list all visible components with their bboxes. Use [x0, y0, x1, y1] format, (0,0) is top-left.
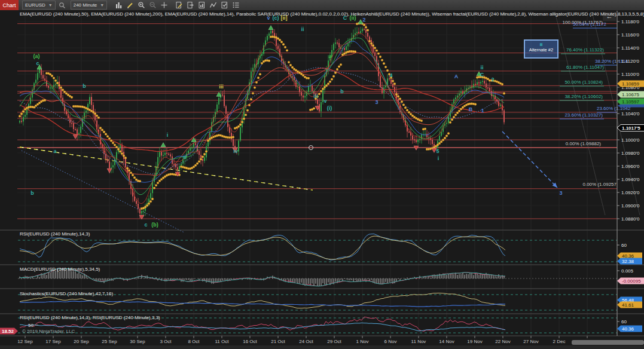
fractal-triangles	[37, 20, 481, 219]
svg-text:(a): (a)	[33, 53, 40, 59]
svg-text:60: 60	[621, 319, 627, 324]
alternate-wave-box[interactable]: ii Alternate #2	[524, 39, 558, 59]
x-axis-label: 30 Sep	[130, 339, 145, 344]
svg-text:23.60% (1.10327): 23.60% (1.10327)	[564, 112, 603, 118]
svg-text:b: b	[340, 88, 344, 94]
doc-edit-icon[interactable]	[175, 1, 184, 10]
svg-text:0.005: 0.005	[621, 268, 634, 274]
svg-text:ii: ii	[480, 65, 483, 71]
x-axis-label: 6 Nov	[384, 339, 397, 344]
x-axis-label: 12 Sep	[17, 339, 33, 344]
x-axis-label: 29 Oct	[327, 339, 341, 344]
ninjatrader-chart-window: { "window": {"tab": "Chart", "instrument…	[0, 0, 644, 349]
svg-text:1.1180'0: 1.1180'0	[621, 19, 639, 25]
x-axis-label: 21 Oct	[271, 339, 285, 344]
macd-histogram	[20, 268, 504, 286]
svg-text:(c): (c)	[273, 15, 279, 21]
svg-text:2: 2	[491, 76, 494, 82]
tab-chart[interactable]: Chart	[0, 0, 19, 10]
svg-text:76.40% (1.11322): 76.40% (1.11322)	[566, 47, 604, 53]
svg-text:v: v	[267, 15, 270, 21]
svg-text:1.1120'0: 1.1120'0	[621, 59, 639, 64]
svg-text:C: C	[480, 72, 484, 78]
svg-text:b: b	[30, 190, 34, 196]
svg-text:(i): (i)	[327, 105, 332, 111]
x-axis-label: 11 Oct	[215, 339, 230, 344]
svg-text:40.36: 40.36	[622, 326, 634, 332]
doc-check-icon[interactable]	[220, 1, 229, 10]
x-axis-label: 11 Nov	[411, 339, 426, 344]
zigzag-icon[interactable]	[209, 1, 218, 10]
svg-text:B: B	[469, 106, 473, 112]
svg-text:1: 1	[481, 108, 484, 114]
horizontal-scrollbar[interactable]	[572, 340, 644, 345]
x-axis-label: 24 Oct	[299, 339, 313, 344]
svg-text:50.00% (1.10824): 50.00% (1.10824)	[564, 79, 603, 85]
bar-chart-icon[interactable]	[114, 1, 123, 10]
x-axis-label: 27 Nov	[523, 339, 538, 344]
price-panel	[19, 20, 505, 219]
svg-text:-0.00095: -0.00095	[622, 278, 641, 284]
bottom-strip	[0, 345, 644, 349]
zoom-in-icon[interactable]	[137, 1, 146, 10]
x-axis-label: 14 Nov	[439, 339, 454, 344]
x-axis-label: 1 Nov	[356, 339, 369, 344]
x-axis-label: 25 Sep	[102, 339, 117, 344]
svg-text:c: c	[36, 60, 39, 66]
alternate-wave-label: ii	[525, 42, 557, 47]
svg-text:1.1100'0: 1.1100'0	[621, 72, 639, 77]
doc-chart-icon[interactable]	[197, 1, 206, 10]
x-axis-label: 2 Dec	[553, 339, 566, 344]
x-axis-label: 3 Oct	[160, 339, 172, 344]
interval-value: 240 Minute	[74, 2, 97, 8]
svg-text:c: c	[144, 222, 147, 228]
svg-text:1.1160'0: 1.1160'0	[621, 32, 639, 38]
wave-labels: (a)cbabiiiiviiiv(c)[ii]iiiiiv(i)abC(ii)2…	[30, 15, 562, 228]
svg-text:32.38: 32.38	[622, 259, 634, 264]
svg-text:1.10597: 1.10597	[622, 99, 639, 105]
svg-text:4: 4	[389, 72, 392, 78]
svg-text:18.52: 18.52	[2, 329, 14, 334]
svg-text:ii: ii	[301, 26, 304, 32]
x-axis[interactable]: 12 Sep17 Sep20 Sep25 Sep30 Sep3 Oct8 Oct…	[17, 336, 593, 344]
zoom-out-icon[interactable]	[148, 1, 157, 10]
doc-export-icon[interactable]	[186, 1, 195, 10]
svg-text:1.0960'0: 1.0960'0	[621, 164, 640, 169]
svg-text:0.00% (1.09882): 0.00% (1.09882)	[566, 141, 601, 146]
svg-text:[ii]: [ii]	[281, 15, 288, 21]
instrument-value: EURUSD	[25, 2, 45, 8]
toolbar: Chart EURUSD ▼ 240 Minute ▼	[0, 0, 644, 11]
x-axis-label: 8 Oct	[188, 339, 200, 344]
svg-text:38.20% (1.10602): 38.20% (1.10602)	[564, 94, 603, 99]
svg-text:iii: iii	[219, 84, 224, 90]
threshold-lines	[18, 240, 617, 333]
svg-text:(ii): (ii)	[350, 15, 356, 21]
interval-select[interactable]: 240 Minute ▼	[71, 1, 108, 10]
svg-text:b: b	[83, 83, 86, 89]
svg-text:1.0920'0: 1.0920'0	[621, 190, 640, 195]
pencil-icon[interactable]	[126, 1, 135, 10]
crosshair-icon[interactable]	[160, 1, 169, 10]
alternate-box-title: Alternate #2	[525, 47, 557, 53]
x-axis-label: 16 Oct	[243, 339, 257, 344]
svg-text:3: 3	[375, 99, 378, 105]
svg-text:A: A	[454, 74, 459, 79]
svg-text:5: 5	[436, 148, 439, 154]
back-arrow-icon[interactable]: ←	[603, 12, 616, 21]
search-icon[interactable]	[58, 1, 67, 10]
svg-text:ii: ii	[183, 154, 186, 160]
svg-text:C: C	[343, 15, 347, 21]
gridlines	[17, 10, 617, 336]
instrument-select[interactable]: EURUSD ▼	[22, 1, 56, 10]
svg-text:50.00% (1.1172: 50.00% (1.1172	[573, 22, 606, 27]
svg-text:2: 2	[362, 17, 365, 23]
list-icon[interactable]	[231, 1, 240, 10]
chart-canvas[interactable]: (a)cbabiiiiviiiv(c)[ii]iiiiiv(i)abC(ii)2…	[0, 10, 644, 349]
svg-text:60: 60	[621, 243, 627, 248]
svg-text:1.10859: 1.10859	[622, 81, 639, 87]
svg-text:1.1000'0: 1.1000'0	[621, 137, 640, 143]
svg-text:50: 50	[28, 323, 33, 328]
svg-text:1.1140'0: 1.1140'0	[621, 45, 639, 51]
svg-text:1.0980'0: 1.0980'0	[621, 151, 640, 156]
svg-text:(b): (b)	[151, 222, 158, 228]
